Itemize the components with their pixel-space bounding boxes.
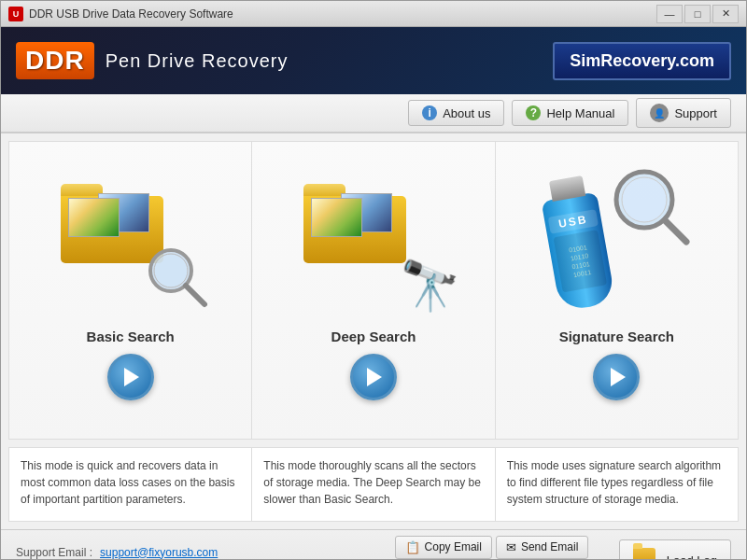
load-log-button[interactable]: + Load Log <box>619 539 731 561</box>
send-email-button[interactable]: ✉ Send Email <box>496 536 588 559</box>
load-log-icon: + <box>633 548 659 561</box>
maximize-button[interactable]: □ <box>684 5 711 23</box>
signature-search-play-button[interactable] <box>593 354 640 400</box>
window-title: DDR USB Drive Data Recovery Software <box>29 7 656 21</box>
minimize-button[interactable]: — <box>656 5 683 23</box>
descriptions-container: This mode is quick and recovers data in … <box>8 447 739 522</box>
about-us-label: About us <box>443 106 490 120</box>
title-bar: U DDR USB Drive Data Recovery Software —… <box>1 1 746 27</box>
help-manual-label: Help Manual <box>546 106 614 120</box>
signature-search-description: This mode uses signature search algorith… <box>495 447 739 522</box>
play-icon <box>124 368 139 386</box>
copy-email-button[interactable]: 📋 Copy Email <box>395 536 492 559</box>
basic-search-panel[interactable]: Basic Search <box>9 142 252 439</box>
play-icon <box>611 368 626 386</box>
close-button[interactable]: ✕ <box>712 5 739 23</box>
support-icon: 👤 <box>650 104 669 122</box>
brand-link[interactable]: SimRecovery.com <box>553 42 731 80</box>
info-icon: i <box>422 105 437 120</box>
support-email-link[interactable]: support@fixyorusb.com <box>100 546 218 559</box>
svg-line-5 <box>665 220 686 242</box>
deep-search-image: 🔭 <box>280 153 467 321</box>
svg-point-1 <box>154 254 188 287</box>
log-folder-icon <box>633 548 655 561</box>
send-email-icon: ✉ <box>506 540 516 554</box>
app-title: Pen Drive Recovery <box>106 50 289 72</box>
deep-search-description: This mode thoroughly scans all the secto… <box>251 447 494 522</box>
help-manual-button[interactable]: ? Help Manual <box>512 100 628 126</box>
signature-search-title: Signature Search <box>559 329 674 344</box>
play-icon <box>367 368 382 386</box>
footer: Support Email : support@fixyorusb.com We… <box>1 529 746 560</box>
footer-contact: Support Email : support@fixyorusb.com We… <box>16 546 380 561</box>
deep-search-title: Deep Search <box>331 329 416 344</box>
deep-search-play-button[interactable] <box>350 354 397 400</box>
copy-email-icon: 📋 <box>405 540 420 554</box>
svg-line-2 <box>186 286 204 304</box>
basic-search-description: This mode is quick and recovers data in … <box>8 447 251 522</box>
app-header: DDR Pen Drive Recovery SimRecovery.com <box>1 27 746 94</box>
email-buttons-row: 📋 Copy Email ✉ Send Email <box>395 536 597 559</box>
support-email-row: Support Email : support@fixyorusb.com <box>16 546 380 559</box>
support-email-label: Support Email : <box>16 546 92 559</box>
about-us-button[interactable]: i About us <box>408 100 504 126</box>
footer-action-buttons: 📋 Copy Email ✉ Send Email 📋 Copy URL ↗ O… <box>395 536 597 561</box>
window-controls: — □ ✕ <box>656 5 739 23</box>
svg-point-4 <box>622 177 667 222</box>
basic-search-play-button[interactable] <box>107 354 154 400</box>
basic-search-image <box>37 153 224 321</box>
help-icon: ? <box>526 105 541 120</box>
basic-search-title: Basic Search <box>87 329 175 344</box>
signature-search-image: USB 01001101100110110011 <box>523 153 710 321</box>
support-label: Support <box>674 106 717 120</box>
app-icon: U <box>8 7 23 21</box>
signature-search-panel[interactable]: USB 01001101100110110011 Signature Searc… <box>496 142 738 439</box>
deep-search-panel[interactable]: 🔭 Deep Search <box>252 142 495 439</box>
support-button[interactable]: 👤 Support <box>636 98 731 128</box>
ddr-logo: DDR <box>16 42 94 79</box>
search-modes-container: Basic Search 🔭 Deep Search <box>8 141 739 440</box>
nav-bar: i About us ? Help Manual 👤 Support <box>1 94 746 133</box>
